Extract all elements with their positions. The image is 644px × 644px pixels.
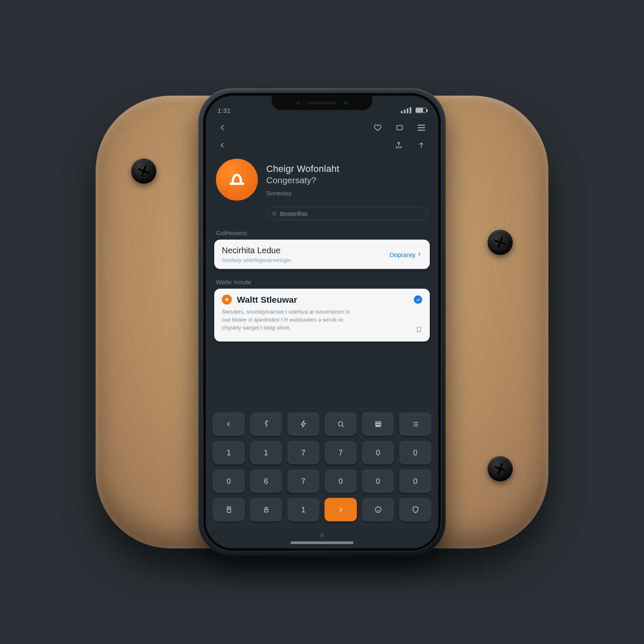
share-icon[interactable] [392, 139, 405, 152]
key[interactable]: 7 [287, 470, 319, 493]
key-doc-icon[interactable] [213, 498, 245, 522]
bookmark-icon[interactable] [415, 326, 422, 335]
svg-point-3 [338, 422, 343, 426]
key-run-icon[interactable] [250, 413, 282, 436]
back-icon[interactable] [216, 121, 229, 135]
notice-card[interactable]: Necirhita Ledue Seuttely seltirfkgonarwe… [214, 240, 430, 269]
key-search-icon[interactable] [325, 413, 357, 436]
key-back-icon[interactable] [213, 413, 245, 436]
profile-meta: Sonesisy [266, 189, 428, 196]
svg-rect-0 [397, 126, 402, 130]
status-time: 1:31 [218, 106, 231, 114]
section-label: GolHevens [206, 220, 438, 240]
signal-icon [401, 107, 411, 113]
key-list-icon[interactable] [399, 413, 431, 436]
up-arrow-icon[interactable] [415, 139, 428, 152]
post-card[interactable]: Waltt Stleuwar Secuters, snucilqvivarrse… [214, 289, 430, 342]
post-body: Secuters, snucilqvivarrset t odertust al… [222, 309, 350, 315]
card-title: Necirhita Ledue [222, 246, 291, 255]
profile-subtitle: Congersaty? [266, 175, 428, 185]
svg-point-9 [375, 507, 381, 512]
chip-label: Besterifnis [280, 210, 307, 217]
notch [272, 96, 372, 110]
chevron-right-icon [416, 252, 422, 257]
key-lock-icon[interactable] [250, 498, 282, 522]
dot-icon [273, 212, 276, 216]
heart-icon[interactable] [371, 121, 384, 135]
post-title: Waltt Stleuwar [237, 295, 297, 305]
key-next-icon[interactable] [325, 498, 357, 522]
svg-rect-5 [376, 424, 381, 425]
key[interactable]: 1 [287, 498, 319, 522]
bell-icon [226, 169, 248, 191]
screw-icon [131, 158, 156, 184]
tag-chip[interactable]: Besterifnis [266, 208, 428, 220]
key[interactable]: 1 [213, 441, 245, 465]
key[interactable]: 0 [325, 470, 357, 493]
card-subtitle: Seuttely seltirfkgonarwebigin [222, 257, 291, 263]
avatar[interactable] [216, 159, 258, 201]
key[interactable]: 0 [399, 441, 431, 465]
screw-icon [488, 456, 513, 481]
card-icon[interactable] [393, 121, 406, 135]
key[interactable]: 0 [362, 470, 394, 493]
key[interactable]: 7 [325, 441, 357, 465]
keyboard: 1 1 7 7 0 0 0 6 7 0 0 0 1 [206, 408, 438, 529]
key-stack-icon[interactable] [362, 413, 394, 436]
key[interactable]: 6 [250, 470, 282, 493]
key[interactable]: 1 [250, 441, 282, 465]
screen: 1:31 [206, 96, 438, 548]
key[interactable]: 0 [213, 470, 245, 493]
key[interactable]: 0 [399, 470, 431, 493]
svg-rect-6 [376, 426, 381, 427]
card-action-link[interactable]: Doprarey [390, 251, 422, 258]
svg-rect-4 [376, 422, 381, 423]
home-indicator[interactable] [206, 529, 438, 548]
chevron-left-icon[interactable] [216, 139, 229, 152]
menu-icon[interactable] [415, 121, 428, 135]
svg-point-2 [266, 421, 267, 422]
svg-point-1 [226, 299, 228, 301]
section-label: Walte norute [206, 269, 438, 289]
wood-plaque: 1:31 [96, 96, 548, 548]
screw-icon [488, 230, 513, 255]
key-smile-icon[interactable] [362, 498, 394, 522]
profile-title: Cheigr Wofonlaht [266, 163, 428, 174]
key[interactable]: 0 [362, 441, 394, 465]
key-shield-icon[interactable] [399, 498, 431, 522]
battery-icon [415, 107, 426, 113]
verified-icon [414, 296, 422, 304]
svg-rect-7 [227, 507, 230, 512]
key-bolt-icon[interactable] [287, 413, 319, 436]
svg-rect-8 [264, 509, 267, 512]
author-badge-icon [222, 295, 232, 305]
phone-frame: 1:31 [198, 88, 446, 556]
key[interactable]: 7 [287, 441, 319, 465]
